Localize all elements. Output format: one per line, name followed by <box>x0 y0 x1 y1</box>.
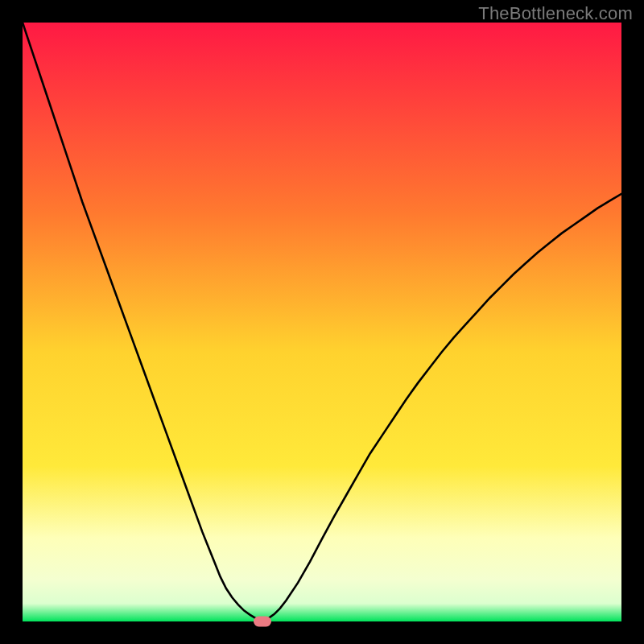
chart-frame: TheBottleneck.com <box>0 0 644 644</box>
plot-svg <box>23 23 621 621</box>
watermark-text: TheBottleneck.com <box>478 3 633 24</box>
optimal-marker <box>254 617 271 627</box>
plot-area <box>23 23 621 621</box>
gradient-background <box>23 23 621 621</box>
